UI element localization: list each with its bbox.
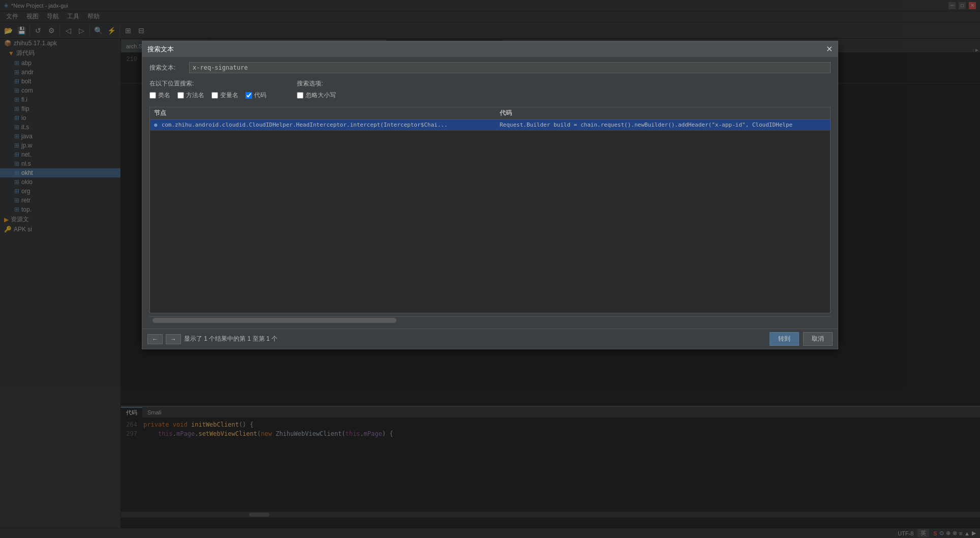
checkbox-methodname-input[interactable] bbox=[177, 92, 184, 99]
result-code-0: Request.Builder build = chain.request().… bbox=[496, 122, 830, 128]
checkbox-methodname-label: 方法名 bbox=[186, 91, 204, 100]
search-form-row: 搜索文本: bbox=[149, 62, 831, 73]
search-modal: 搜索文本 ✕ 搜索文本: 在以下位置搜索: 类名 bbox=[142, 41, 838, 349]
col-header-code: 代码 bbox=[496, 109, 830, 117]
checkbox-varname-input[interactable] bbox=[211, 92, 218, 99]
search-options-label: 搜索选项: bbox=[297, 79, 336, 88]
modal-overlay: 搜索文本 ✕ 搜索文本: 在以下位置搜索: 类名 bbox=[0, 0, 980, 538]
results-body[interactable]: ● com.zhihu.android.cloudid.CloudIDHelpe… bbox=[150, 119, 830, 313]
checkbox-code-input[interactable] bbox=[246, 92, 252, 99]
results-header: 节点 代码 bbox=[150, 107, 830, 119]
location-options: 在以下位置搜索: 类名 方法名 变量名 bbox=[149, 79, 266, 100]
goto-button[interactable]: 转到 bbox=[770, 332, 799, 346]
checkbox-varname[interactable]: 变量名 bbox=[211, 91, 238, 100]
nav-next-button[interactable]: → bbox=[166, 334, 181, 344]
modal-title-bar: 搜索文本 ✕ bbox=[142, 41, 838, 57]
checkbox-ignorecase-label: 忽略大小写 bbox=[305, 91, 336, 100]
options-row: 在以下位置搜索: 类名 方法名 变量名 bbox=[149, 77, 831, 102]
result-bullet-0: ● bbox=[154, 122, 158, 128]
footer-status: 显示了 1 个结果中的第 1 至第 1 个 bbox=[184, 335, 278, 343]
checkbox-classname[interactable]: 类名 bbox=[149, 91, 170, 100]
search-options-checkbox-row: 忽略大小写 bbox=[297, 91, 336, 100]
checkbox-varname-label: 变量名 bbox=[220, 91, 238, 100]
nav-prev-button[interactable]: ← bbox=[147, 334, 163, 344]
search-label: 搜索文本: bbox=[149, 64, 185, 72]
modal-horizontal-scrollbar[interactable] bbox=[149, 316, 831, 323]
location-checkbox-row: 类名 方法名 变量名 代码 bbox=[149, 91, 266, 100]
result-row-0[interactable]: ● com.zhihu.android.cloudid.CloudIDHelpe… bbox=[150, 119, 830, 131]
modal-close-button[interactable]: ✕ bbox=[826, 44, 833, 54]
modal-body: 搜索文本: 在以下位置搜索: 类名 方法名 bbox=[142, 57, 838, 328]
modal-scroll-thumb[interactable] bbox=[152, 318, 396, 323]
cancel-button[interactable]: 取消 bbox=[803, 332, 833, 346]
col-header-node: 节点 bbox=[150, 109, 496, 117]
modal-title: 搜索文本 bbox=[147, 45, 174, 54]
search-options: 搜索选项: 忽略大小写 bbox=[297, 79, 336, 100]
checkbox-classname-label: 类名 bbox=[158, 91, 170, 100]
in-locations-label: 在以下位置搜索: bbox=[149, 79, 266, 88]
footer-nav: ← → 显示了 1 个结果中的第 1 至第 1 个 bbox=[147, 334, 278, 344]
action-buttons: 转到 取消 bbox=[770, 332, 833, 346]
result-node-text-0: com.zhihu.android.cloudid.CloudIDHelper.… bbox=[162, 122, 448, 128]
checkbox-classname-input[interactable] bbox=[149, 92, 156, 99]
checkbox-code-label: 代码 bbox=[254, 91, 266, 100]
result-node-0: ● com.zhihu.android.cloudid.CloudIDHelpe… bbox=[150, 122, 496, 128]
checkbox-code[interactable]: 代码 bbox=[246, 91, 266, 100]
checkbox-ignorecase[interactable]: 忽略大小写 bbox=[297, 91, 336, 100]
checkbox-methodname[interactable]: 方法名 bbox=[177, 91, 204, 100]
modal-footer: ← → 显示了 1 个结果中的第 1 至第 1 个 转到 取消 bbox=[142, 328, 838, 349]
results-area: 节点 代码 ● com.zhihu.android.cloudid.CloudI… bbox=[149, 107, 831, 313]
search-input[interactable] bbox=[189, 62, 831, 73]
checkbox-ignorecase-input[interactable] bbox=[297, 92, 303, 99]
